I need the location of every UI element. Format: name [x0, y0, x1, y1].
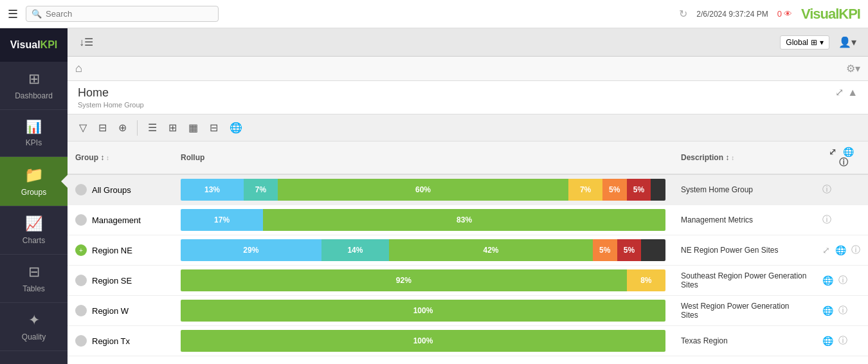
- group-status-icon: +: [75, 244, 87, 256]
- group-name: Region W: [92, 306, 129, 316]
- sort-button[interactable]: ↓☰: [75, 33, 97, 51]
- page-subtitle: System Home Group: [78, 101, 144, 109]
- page-header-right: ⤢ ▲: [835, 86, 858, 98]
- description-cell: NE Region Power Gen Sites: [673, 235, 815, 266]
- page-title-block: Home System Home Group: [78, 86, 144, 109]
- bar-segment: 5%: [602, 179, 627, 201]
- info-row-icon[interactable]: ⓘ: [822, 214, 831, 226]
- bar-segment: 92%: [181, 269, 627, 291]
- rollup-cell: 100%: [173, 326, 673, 356]
- add-kpi-button[interactable]: ⊕: [114, 119, 131, 136]
- content-area: ↓☰ Global ⊞ ▾ 👤▾ ⌂ ⚙▾ Home System Home G…: [68, 28, 868, 364]
- actions-cell: ⓘ: [815, 174, 868, 205]
- bar-segment: 7%: [244, 179, 278, 201]
- info-row-icon[interactable]: ⓘ: [838, 275, 847, 286]
- refresh-icon[interactable]: ↻: [679, 8, 687, 20]
- description-cell: Texas Region: [673, 326, 815, 356]
- quality-icon: ✦: [28, 312, 40, 329]
- rollup-cell: 29%14%42%5%5%: [173, 235, 673, 266]
- filter-button[interactable]: ▽: [75, 119, 91, 136]
- secondary-toolbar: ↓☰ Global ⊞ ▾ 👤▾: [68, 28, 868, 57]
- topbar-right: ↻ 2/6/2024 9:37:24 PM 0 👁 VisualKPI: [679, 6, 860, 23]
- globe-all-icon[interactable]: 🌐: [843, 147, 854, 157]
- bar-segment: 5%: [593, 239, 617, 261]
- home-icon[interactable]: ⌂: [75, 62, 82, 75]
- group-cell: Region Tx: [75, 335, 165, 347]
- expand-all-icon[interactable]: ⤢: [829, 147, 836, 157]
- global-label: Global: [786, 38, 808, 47]
- group-name: Region Tx: [92, 336, 130, 346]
- row-actions: 🌐 ⓘ: [822, 335, 860, 347]
- globe-row-icon[interactable]: 🌐: [835, 245, 846, 255]
- globe-row-icon[interactable]: 🌐: [822, 275, 833, 286]
- info-row-icon[interactable]: ⓘ: [822, 184, 831, 196]
- map-view-button[interactable]: 🌐: [226, 119, 246, 136]
- globe-row-icon[interactable]: 🌐: [822, 336, 833, 346]
- info-row-icon[interactable]: ⓘ: [838, 305, 847, 316]
- collapse-icon[interactable]: ▲: [847, 87, 858, 98]
- info-row-icon[interactable]: ⓘ: [851, 244, 860, 256]
- sidebar-item-tables[interactable]: ⊟ Tables: [0, 255, 68, 303]
- table-row: Region Tx 100%Texas Region 🌐 ⓘ: [68, 326, 868, 356]
- card-view-button[interactable]: ▦: [185, 119, 202, 136]
- sliders-button[interactable]: ⊟: [95, 119, 111, 136]
- sidebar-item-quality[interactable]: ✦ Quality: [0, 303, 68, 351]
- logo: VisualKPI: [801, 6, 860, 23]
- description-cell: System Home Group: [673, 174, 815, 205]
- bar-segment: 60%: [278, 179, 568, 201]
- globe-row-icon[interactable]: 🌐: [822, 305, 833, 316]
- list-view-button[interactable]: ☰: [144, 119, 161, 136]
- expand-icon[interactable]: ⤢: [835, 86, 844, 98]
- row-actions: ⓘ: [822, 184, 860, 196]
- group-name: Region SE: [92, 276, 132, 286]
- group-cell: Region SE: [75, 275, 165, 286]
- description-cell: Management Metrics: [673, 205, 815, 235]
- sidebar-label-dashboard: Dashboard: [15, 91, 53, 100]
- row-actions: 🌐 ⓘ: [822, 275, 860, 286]
- sidebar-item-dashboard[interactable]: ⊞ Dashboard: [0, 62, 68, 110]
- global-selector[interactable]: Global ⊞ ▾: [780, 35, 829, 50]
- main-layout: VisualKPI ⊞ Dashboard 📊 KPIs 📁 Groups 📈 …: [0, 28, 868, 364]
- table-row: All Groups 13%7%60%7%5%5%System Home Gro…: [68, 174, 868, 205]
- info-row-icon[interactable]: ⓘ: [838, 335, 847, 347]
- search-box[interactable]: 🔍: [26, 6, 219, 22]
- expand-row-icon[interactable]: ⤢: [822, 245, 830, 255]
- rollup-bar: 29%14%42%5%5%: [181, 239, 665, 261]
- sidebar-item-groups[interactable]: 📁 Groups: [0, 157, 68, 206]
- rollup-bar: 92%8%: [181, 269, 665, 291]
- toolbar-divider: [137, 120, 138, 136]
- table-row: Management 17%83%Management Metrics ⓘ: [68, 205, 868, 235]
- rollup-cell: 13%7%60%7%5%5%: [173, 174, 673, 205]
- datetime-display: 2/6/2024 9:37:24 PM: [696, 10, 768, 19]
- bar-segment: 100%: [181, 300, 665, 322]
- row-actions: ⓘ: [822, 214, 860, 226]
- sidebar-item-charts[interactable]: 📈 Charts: [0, 206, 68, 255]
- table-row: Region SE 92%8%Southeast Region Power Ge…: [68, 266, 868, 296]
- page-title: Home: [78, 86, 144, 100]
- actions-cell: 🌐 ⓘ: [815, 266, 868, 296]
- gear-icon[interactable]: ⚙▾: [846, 62, 860, 75]
- col-header-group[interactable]: Group ↕: [68, 141, 173, 174]
- filter-toolbar: ▽ ⊟ ⊕ ☰ ⊞ ▦ ⊟ 🌐: [68, 114, 868, 141]
- description-cell: Southeast Region Power Generation Sites: [673, 266, 815, 296]
- grid-view-button[interactable]: ⊞: [165, 119, 181, 136]
- bar-segment: 7%: [568, 179, 602, 201]
- group-status-icon: [75, 214, 87, 226]
- search-input[interactable]: [46, 9, 213, 19]
- bar-segment: 8%: [627, 269, 665, 291]
- user-button[interactable]: 👤▾: [835, 33, 860, 51]
- description-cell: West Region Power Generation Sites: [673, 296, 815, 326]
- sidebar-label-tables: Tables: [23, 284, 45, 293]
- block-view-button[interactable]: ⊟: [206, 119, 222, 136]
- table-body: All Groups 13%7%60%7%5%5%System Home Gro…: [68, 174, 868, 356]
- info-all-icon[interactable]: ⓘ: [839, 157, 848, 167]
- logo-text2: KPI: [838, 6, 860, 22]
- sidebar-label-groups: Groups: [21, 188, 46, 197]
- actions-cell: ⤢ 🌐 ⓘ: [815, 235, 868, 266]
- col-header-description[interactable]: Description ↕: [673, 141, 815, 174]
- bar-segment: 42%: [389, 239, 593, 261]
- hamburger-icon[interactable]: ☰: [8, 7, 18, 21]
- bar-segment: [641, 239, 665, 261]
- sidebar-item-kpis[interactable]: 📊 KPIs: [0, 110, 68, 157]
- group-status-icon: [75, 275, 87, 286]
